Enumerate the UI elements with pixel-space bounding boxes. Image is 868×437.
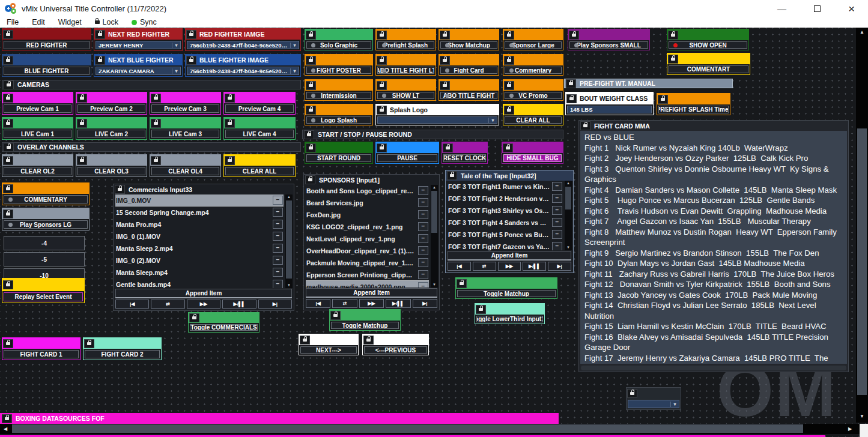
lock-icon[interactable]: [4, 80, 14, 89]
fast-forward-button[interactable]: ▶▶: [187, 300, 220, 309]
logo-splash-button[interactable]: Logo Splash: [305, 104, 373, 125]
scroll-down-icon[interactable]: ▼: [285, 283, 293, 288]
lock-icon[interactable]: [440, 31, 450, 40]
remove-item-button[interactable]: −: [273, 232, 283, 241]
vc-promo-button[interactable]: VC Promo: [503, 79, 563, 101]
play-sponsors-small-button[interactable]: Play Sponsors SMALL: [568, 29, 650, 50]
fight-card-2-button[interactable]: FIGHT CARD 2: [83, 337, 162, 360]
live-cam-3-button[interactable]: LIVE Cam 3: [150, 117, 221, 140]
minimize-button[interactable]: —: [777, 4, 786, 13]
playlist-item[interactable]: FOF 3 TOT Fight 2 Henderson vs Parke...−: [448, 193, 563, 204]
scroll-down-icon[interactable]: ▼: [856, 412, 868, 421]
playlist-item[interactable]: madhouse-media-2000x2000.png−: [306, 281, 429, 288]
playlist-item[interactable]: Manta Pro.mp4−: [115, 218, 284, 230]
remove-item-button[interactable]: −: [418, 246, 428, 255]
lock-icon[interactable]: [306, 56, 316, 65]
menu-widget[interactable]: Widget: [52, 18, 88, 26]
lock-icon[interactable]: [84, 339, 94, 348]
replay-select-event-button[interactable]: Replay Select Event: [2, 278, 85, 303]
prefight-splash-timer-button[interactable]: PREFIGHT SPLASH Timer: [657, 93, 730, 115]
lock-icon[interactable]: [186, 56, 196, 65]
remove-item-button[interactable]: −: [273, 256, 283, 265]
lock-icon[interactable]: [151, 94, 161, 103]
lock-icon[interactable]: [504, 81, 514, 90]
commentart-button[interactable]: COMMENTART: [667, 53, 750, 75]
toggle-commercials-button[interactable]: Toggle COMMERCIALS: [188, 312, 259, 333]
playlist-item[interactable]: Beard Services.jpg−: [306, 197, 429, 208]
pause-button[interactable]: PAUSE: [375, 142, 439, 164]
skip-end-button[interactable]: ▶|: [258, 300, 292, 309]
playlist-item[interactable]: Booth and Sons Logo_clipped_rev_1.png−: [306, 185, 429, 196]
horizontal-scroll-thumb[interactable]: [12, 424, 803, 433]
lock-icon[interactable]: [377, 81, 387, 90]
remove-item-button[interactable]: −: [418, 258, 428, 267]
next-red-fighter-select[interactable]: JEREMY HENRY▾: [96, 41, 181, 49]
remove-item-button[interactable]: −: [552, 194, 562, 203]
lock-icon[interactable]: [566, 79, 576, 88]
playlist-item[interactable]: FOF 3 TOT Fight 5 Ponce vs Bucerzan....−: [448, 229, 563, 240]
scroll-right-icon[interactable]: ▶: [845, 424, 855, 434]
show-open-button[interactable]: SHOW OPEN: [667, 29, 749, 50]
clear-all-overlays-button[interactable]: CLEAR ALL: [223, 154, 296, 177]
scroll-left-icon[interactable]: ◀: [0, 424, 11, 434]
lock-icon[interactable]: [476, 305, 486, 314]
lock-icon[interactable]: [377, 106, 387, 115]
lock-icon[interactable]: [569, 31, 579, 40]
playlist-item[interactable]: 15 Second Spring Change.mp4−: [115, 206, 284, 218]
next-blue-fighter-select[interactable]: ZAKARIYA CAMARA▾: [96, 67, 181, 75]
lock-icon[interactable]: [440, 56, 450, 65]
playlist-item[interactable]: IMG_0 (2).MOV−: [115, 255, 284, 266]
scroll-up-icon[interactable]: ▲: [565, 181, 572, 186]
playlist-item[interactable]: FOF 3 TOT Fight1 Rumer vs King.mov−: [448, 181, 563, 192]
lock-icon[interactable]: [504, 31, 514, 40]
close-button[interactable]: ×: [848, 3, 855, 14]
play-pause-button[interactable]: ▶/▌▌: [523, 262, 546, 271]
preview-cam-1-button[interactable]: Preview Cam 1: [2, 92, 73, 115]
toggle-matchup-2-button[interactable]: Toggle Matchup: [455, 277, 557, 299]
blue-fighter-image-select[interactable]: 756cb19b-2438-47ff-b04e-9c5e520d640a\Rol…: [187, 67, 299, 75]
list-scrollbar[interactable]: ▲▼: [565, 181, 572, 250]
remove-item-button[interactable]: −: [552, 230, 562, 239]
lock-icon[interactable]: [457, 279, 467, 288]
lock-icon[interactable]: [306, 143, 316, 152]
lock-icon[interactable]: [363, 336, 374, 345]
remove-item-button[interactable]: −: [552, 206, 562, 215]
menu-sync[interactable]: Sync: [125, 18, 163, 26]
remove-item-button[interactable]: −: [552, 182, 562, 191]
remove-item-button[interactable]: −: [418, 270, 428, 279]
red-fighter-image-select[interactable]: 756cb19b-2438-47ff-b04e-9c5e520d640a\Rol…: [187, 41, 299, 49]
menu-lock[interactable]: Lock: [88, 18, 125, 26]
lock-icon[interactable]: [186, 30, 196, 39]
clear-all-button[interactable]: CLEAR ALL: [503, 104, 563, 125]
play-sponsors-lg-button[interactable]: Play Sponsors LG: [2, 208, 90, 231]
lock-icon[interactable]: [3, 184, 13, 193]
playlist-item[interactable]: Manta Sleep 2.mp4−: [115, 243, 284, 254]
start-round-button[interactable]: START ROUND: [305, 142, 373, 164]
live-cam-1-button[interactable]: LIVE Cam 1: [2, 117, 73, 140]
commentary-lg-button[interactable]: COMMENTARY: [2, 182, 90, 205]
minus-4-button[interactable]: -4: [4, 236, 85, 250]
scroll-down-icon[interactable]: ▼: [431, 282, 438, 288]
lock-icon[interactable]: [225, 119, 235, 128]
lock-icon[interactable]: [668, 55, 678, 64]
lock-icon[interactable]: [77, 156, 87, 165]
remove-item-button[interactable]: −: [552, 218, 562, 227]
lock-icon[interactable]: [566, 94, 577, 103]
lock-icon[interactable]: [189, 313, 199, 322]
lock-icon[interactable]: [377, 31, 387, 40]
remove-item-button[interactable]: −: [273, 220, 283, 229]
remove-item-button[interactable]: −: [273, 280, 283, 288]
fight-card-1-button[interactable]: FIGHT CARD 1: [2, 337, 80, 360]
restore-button[interactable]: [814, 5, 821, 12]
append-item-button[interactable]: Append Item: [115, 289, 292, 298]
live-cam-4-button[interactable]: LIVE Cam 4: [223, 117, 296, 140]
playlist-item[interactable]: OverHeadDoor_clipped_rev_1 (1).png−: [306, 245, 429, 256]
skip-end-button[interactable]: ▶|: [548, 262, 571, 271]
playlist-item[interactable]: Gentle bands.mp4−: [115, 279, 284, 288]
lock-icon[interactable]: [504, 56, 514, 65]
playlist-item[interactable]: Manta Sleep.mp4−: [115, 267, 284, 278]
small-dropdown-select[interactable]: ▾: [628, 400, 679, 408]
lock-icon[interactable]: [3, 339, 13, 348]
fight-card-button[interactable]: Fight Card: [439, 54, 499, 76]
lock-icon[interactable]: [3, 94, 13, 103]
